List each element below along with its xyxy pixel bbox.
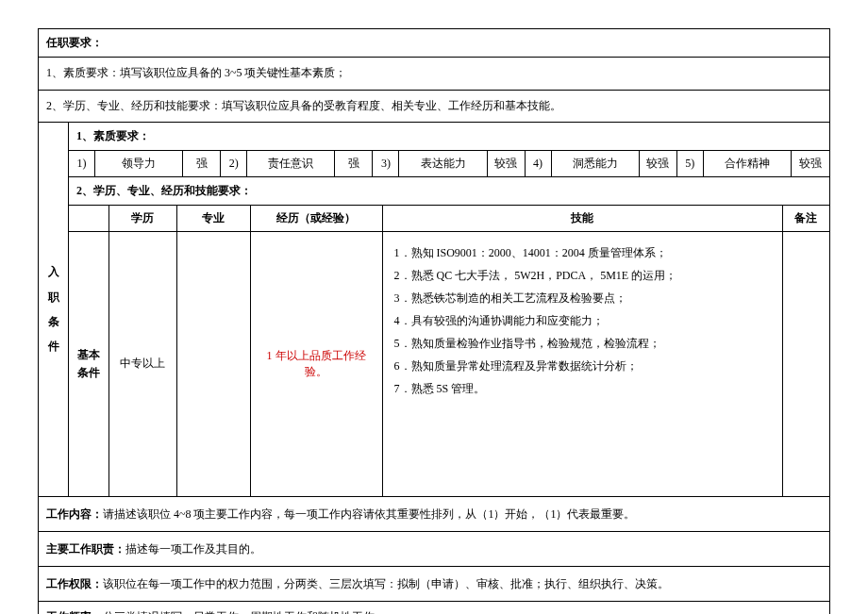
side-char-2: 职 xyxy=(48,285,59,309)
requirements-heading: 任职要求： xyxy=(39,29,829,58)
work-frequency-text: 分三类情况填写：日常工作、周期性工作和随机性工作。 xyxy=(103,610,386,614)
skills-cell: 1．熟知 ISO9001：2000、14001：2004 质量管理体系；2．熟悉… xyxy=(382,232,782,496)
skill-item: 6．熟知质量异常处理流程及异常数据统计分析； xyxy=(394,355,771,377)
skill-item: 1．熟知 ISO9001：2000、14001：2004 质量管理体系； xyxy=(394,241,771,264)
quality-table: 1) 领导力 强 2) 责任意识 强 3) 表达能力 较强 4) 洞悉能力 较强… xyxy=(69,151,829,177)
entry-conditions-row: 入 职 条 件 1、素质要求： 1) 领导力 强 2) 责任意识 强 3) 表达… xyxy=(39,123,829,497)
education-requirement-header: 2、学历、专业、经历和技能要求： xyxy=(69,177,829,206)
work-content-line: 工作内容：请描述该职位 4~8 项主要工作内容，每一项工作内容请依其重要性排列，… xyxy=(39,497,829,532)
edu-header-major: 专业 xyxy=(176,206,250,232)
quality-rating-1: 强 xyxy=(183,151,221,176)
side-char-1: 入 xyxy=(48,259,59,284)
work-content-label: 工作内容： xyxy=(46,507,103,521)
quality-label-3: 表达能力 xyxy=(399,151,487,176)
edu-header-blank xyxy=(69,206,108,232)
bottom-section: 工作内容：请描述该职位 4~8 项主要工作内容，每一项工作内容请依其重要性排列，… xyxy=(39,497,829,614)
document-frame: 任职要求： 1、素质要求：填写该职位应具备的 3~5 项关键性基本素质； 2、学… xyxy=(38,28,830,614)
work-duty-line: 主要工作职责：描述每一项工作及其目的。 xyxy=(39,532,829,567)
note-value xyxy=(782,232,829,496)
work-authority-text: 该职位在每一项工作中的权力范围，分两类、三层次填写：拟制（申请）、审核、批准；执… xyxy=(103,577,669,590)
quality-label-1: 领导力 xyxy=(95,151,183,176)
quality-rating-2: 强 xyxy=(335,151,373,176)
education-table: 学历 专业 经历（或经验） 技能 备注 基本条件 中专以上 xyxy=(69,206,829,496)
quality-rating-3: 较强 xyxy=(488,151,526,176)
edu-header-experience: 经历（或经验） xyxy=(250,206,382,232)
education-value: 中专以上 xyxy=(108,232,176,496)
experience-value: 1 年以上品质工作经验。 xyxy=(250,232,382,496)
edu-header-note: 备注 xyxy=(782,206,829,232)
quality-num-2: 2) xyxy=(221,151,247,176)
basic-condition-text: 基本条件 xyxy=(77,348,100,379)
quality-num-1: 1) xyxy=(69,151,95,176)
edu-header-skill: 技能 xyxy=(382,206,782,232)
quality-num-5: 5) xyxy=(677,151,704,176)
skill-item: 5．熟知质量检验作业指导书，检验规范，检验流程； xyxy=(394,332,771,355)
work-authority-label: 工作权限： xyxy=(46,577,103,590)
quality-label-2: 责任意识 xyxy=(247,151,335,176)
edu-header-education: 学历 xyxy=(108,206,176,232)
side-char-3: 条 xyxy=(48,309,59,334)
work-duty-label: 主要工作职责： xyxy=(46,542,125,556)
entry-conditions-content: 1、素质要求： 1) 领导力 强 2) 责任意识 强 3) 表达能力 较强 4)… xyxy=(69,123,829,496)
work-frequency-line: 工作频率：分三类情况填写：日常工作、周期性工作和随机性工作。 xyxy=(39,602,829,614)
basic-condition-label: 基本条件 xyxy=(69,232,108,496)
quality-rating-5: 较强 xyxy=(792,151,829,176)
major-value xyxy=(176,232,250,496)
quality-num-3: 3) xyxy=(373,151,399,176)
skill-item: 2．熟悉 QC 七大手法， 5W2H，PDCA， 5M1E 的运用； xyxy=(394,264,771,287)
skill-item: 7．熟悉 5S 管理。 xyxy=(394,377,771,400)
requirement-line-2: 2、学历、专业、经历和技能要求：填写该职位应具备的受教育程度、相关专业、工作经历… xyxy=(39,91,829,124)
requirement-line-1: 1、素质要求：填写该职位应具备的 3~5 项关键性基本素质； xyxy=(39,58,829,91)
side-char-4: 件 xyxy=(48,334,59,358)
quality-label-4: 洞悉能力 xyxy=(552,151,640,176)
work-duty-text: 描述每一项工作及其目的。 xyxy=(125,542,261,556)
quality-rating-4: 较强 xyxy=(640,151,677,176)
entry-conditions-label: 入 职 条 件 xyxy=(39,123,69,496)
work-frequency-label: 工作频率： xyxy=(46,610,103,614)
quality-requirement-header: 1、素质要求： xyxy=(69,123,829,151)
quality-num-4: 4) xyxy=(526,151,552,176)
skill-item: 4．具有较强的沟通协调能力和应变能力； xyxy=(394,309,771,332)
work-authority-line: 工作权限：该职位在每一项工作中的权力范围，分两类、三层次填写：拟制（申请）、审核… xyxy=(39,567,829,602)
quality-label-5: 合作精神 xyxy=(704,151,792,176)
skill-item: 3．熟悉铁芯制造的相关工艺流程及检验要点； xyxy=(394,287,771,309)
work-content-text: 请描述该职位 4~8 项主要工作内容，每一项工作内容请依其重要性排列，从（1）开… xyxy=(103,507,636,521)
